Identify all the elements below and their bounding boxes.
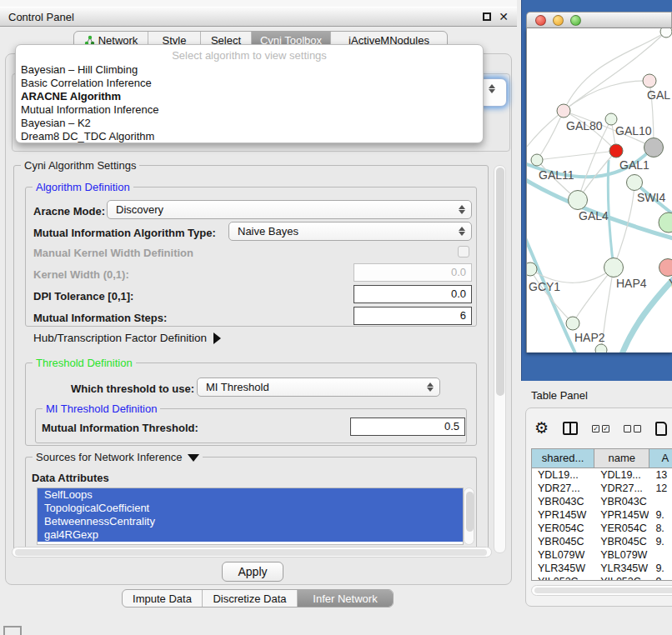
document-icon[interactable] bbox=[655, 422, 667, 436]
cell[interactable]: 12 bbox=[649, 482, 672, 495]
mi-type-combobox[interactable]: Naive Bayes bbox=[228, 222, 472, 241]
cell[interactable]: 13 bbox=[649, 468, 672, 482]
table-row[interactable]: YDL19...YDL19...13 bbox=[532, 468, 672, 482]
dropdown-item[interactable]: Mutual Information Inference bbox=[16, 103, 483, 117]
zoom-traffic-light[interactable] bbox=[570, 15, 581, 26]
network-edge[interactable] bbox=[537, 151, 616, 160]
cell[interactable]: YDR27... bbox=[532, 482, 594, 495]
cell[interactable]: YDL19... bbox=[532, 468, 594, 482]
settings-horizontal-scroll-thumb[interactable] bbox=[15, 549, 487, 556]
cell[interactable]: 8. bbox=[649, 522, 672, 535]
dropdown-item[interactable]: Bayesian – K2 bbox=[16, 117, 483, 130]
attributes-list-scrollbar[interactable] bbox=[464, 488, 474, 545]
cell[interactable]: 9. bbox=[649, 508, 672, 522]
network-node[interactable] bbox=[659, 212, 672, 232]
aracne-mode-combobox[interactable]: Discovery bbox=[107, 200, 472, 219]
deselect-all-checks-icon[interactable] bbox=[624, 425, 641, 432]
column-header-name[interactable]: name bbox=[594, 449, 649, 468]
network-node[interactable] bbox=[595, 344, 607, 352]
tab-discretize-data[interactable]: Discretize Data bbox=[203, 590, 298, 607]
network-node[interactable] bbox=[604, 258, 624, 278]
network-window-titlebar[interactable] bbox=[526, 12, 672, 28]
cell[interactable]: YPR145W bbox=[594, 508, 649, 522]
cell[interactable]: YPR145W bbox=[532, 508, 594, 522]
dropdown-item[interactable]: Dream8 DC_TDC Algorithm bbox=[16, 130, 483, 143]
network-node[interactable] bbox=[527, 262, 537, 276]
settings-vertical-scroll-thumb[interactable] bbox=[496, 168, 504, 396]
close-icon[interactable]: ✕ bbox=[499, 12, 509, 21]
cell[interactable]: YIL052C bbox=[532, 575, 594, 581]
dropdown-item-aracne[interactable]: ARACNE Algorithm bbox=[16, 90, 483, 103]
select-all-checks-icon[interactable]: ✓✓ bbox=[592, 425, 609, 432]
network-node[interactable] bbox=[557, 104, 570, 118]
attribute-item[interactable]: gal4RGexp bbox=[38, 528, 463, 542]
network-node[interactable] bbox=[566, 317, 579, 330]
cell[interactable]: YBR043C bbox=[594, 495, 649, 508]
attribute-item[interactable]: SelfLoops bbox=[38, 488, 463, 502]
column-header-partial[interactable]: A bbox=[649, 449, 672, 468]
mi-steps-input[interactable]: 6 bbox=[354, 307, 472, 325]
network-node[interactable] bbox=[643, 74, 656, 88]
table-row[interactable]: YDR27...YDR27...12 bbox=[532, 482, 672, 495]
kernel-width-input[interactable]: 0.0 bbox=[354, 263, 472, 282]
attribute-item[interactable]: BetweennessCentrality bbox=[38, 515, 463, 528]
table-row[interactable]: YBL079WYBL079W bbox=[532, 548, 672, 562]
table-row[interactable]: YIL052CYIL052C9 bbox=[532, 575, 672, 581]
dropdown-item[interactable]: Basic Correlation Inference bbox=[16, 77, 483, 90]
gear-icon[interactable]: ⚙ bbox=[534, 420, 549, 437]
mi-threshold-input[interactable]: 0.5 bbox=[350, 418, 465, 436]
cell[interactable]: YBR043C bbox=[532, 495, 594, 508]
network-node[interactable] bbox=[644, 138, 664, 158]
cell[interactable]: YBL079W bbox=[532, 548, 594, 562]
cell[interactable] bbox=[649, 495, 672, 508]
cell[interactable]: 9 bbox=[649, 575, 672, 581]
network-edge[interactable] bbox=[564, 81, 649, 111]
network-edge[interactable] bbox=[573, 268, 614, 323]
settings-vertical-scrollbar[interactable] bbox=[494, 165, 506, 553]
table-row[interactable]: YBR045CYBR045C9. bbox=[532, 535, 672, 548]
network-node[interactable] bbox=[531, 154, 543, 166]
cell[interactable] bbox=[649, 548, 672, 562]
cell[interactable]: YER054C bbox=[594, 522, 649, 535]
network-edge[interactable] bbox=[537, 111, 564, 160]
network-edge[interactable] bbox=[527, 177, 672, 240]
dpi-tolerance-input[interactable]: 0.0 bbox=[354, 285, 472, 303]
attributes-list-scroll-thumb[interactable] bbox=[466, 492, 474, 532]
manual-kernel-checkbox[interactable] bbox=[458, 246, 469, 258]
dropdown-item[interactable]: Bayesian – Hill Climbing bbox=[16, 63, 483, 77]
cell[interactable]: 9. bbox=[649, 535, 672, 548]
column-header-shared-name[interactable]: shared... bbox=[532, 449, 594, 468]
cell[interactable]: YDR27... bbox=[594, 482, 649, 495]
table-horizontal-scroll-thumb[interactable] bbox=[534, 588, 672, 593]
cell[interactable]: YER054C bbox=[532, 522, 594, 535]
cell[interactable]: YBL079W bbox=[594, 548, 649, 562]
columns-icon[interactable] bbox=[563, 422, 578, 435]
minimized-panel-icon[interactable] bbox=[3, 626, 22, 635]
network-node[interactable] bbox=[627, 175, 643, 191]
cell[interactable]: YBR045C bbox=[594, 535, 649, 548]
cell[interactable]: YDL19... bbox=[594, 468, 649, 482]
network-node[interactable] bbox=[659, 259, 672, 277]
network-node[interactable] bbox=[605, 113, 617, 125]
table-row[interactable]: YPR145WYPR145W9. bbox=[532, 508, 672, 522]
network-edge[interactable] bbox=[608, 160, 614, 268]
tab-infer-network[interactable]: Infer Network bbox=[298, 590, 393, 607]
table-row[interactable]: YLR345WYLR345W9. bbox=[532, 562, 672, 575]
network-node[interactable] bbox=[609, 144, 623, 158]
close-traffic-light[interactable] bbox=[535, 15, 546, 26]
which-threshold-combobox[interactable]: MI Threshold bbox=[197, 378, 440, 397]
hub-definition-expander[interactable]: Hub/Transcription Factor Definition bbox=[33, 332, 221, 344]
sources-legend-wrap[interactable]: Sources for Network Inference bbox=[33, 451, 203, 463]
attribute-item[interactable]: TopologicalCoefficient bbox=[38, 502, 463, 515]
float-window-icon[interactable] bbox=[483, 12, 491, 21]
settings-horizontal-scrollbar[interactable] bbox=[12, 547, 492, 558]
tab-impute-data[interactable]: Impute Data bbox=[123, 590, 203, 607]
minimize-traffic-light[interactable] bbox=[553, 15, 564, 26]
cell[interactable]: YBR045C bbox=[532, 535, 594, 548]
cell[interactable]: YLR345W bbox=[594, 562, 649, 575]
cell[interactable]: YLR345W bbox=[532, 562, 594, 575]
network-view-canvas[interactable]: GALGAL80GAL10GAL1GAL11GAL4SWI4GCY1HAP4YH… bbox=[526, 28, 672, 352]
table-row[interactable]: YBR043CYBR043C bbox=[532, 495, 672, 508]
cell[interactable]: YIL052C bbox=[594, 575, 649, 581]
table-horizontal-scrollbar[interactable] bbox=[531, 585, 672, 596]
